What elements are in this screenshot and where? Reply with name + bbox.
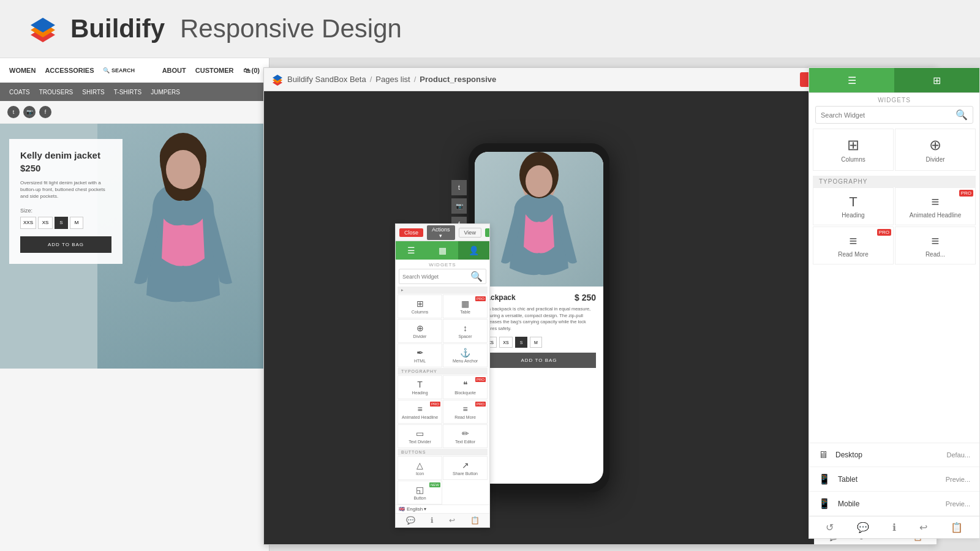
desktop-device-icon: 🖥 bbox=[818, 449, 828, 460]
right-divider-icon: ⊕ bbox=[929, 137, 941, 154]
wfp-menu-anchor-label: Menu Anchor bbox=[453, 359, 478, 363]
db-chat-icon[interactable]: 💬 bbox=[857, 522, 869, 533]
wfp-view-button[interactable]: View bbox=[459, 228, 481, 238]
bg-nav-search: 🔍 SEARCH bbox=[103, 67, 135, 73]
device-tablet[interactable]: 📱 Tablet Previe... bbox=[809, 467, 979, 492]
wfp-actions-button[interactable]: Actions ▾ bbox=[427, 225, 455, 240]
wfp-clipboard-icon[interactable]: 📋 bbox=[470, 516, 480, 525]
bg-subnav: COATS TROUSERS SHIRTS T-SHIRTS JUMPERS bbox=[0, 83, 269, 101]
wfp-spacer-icon: ↕ bbox=[463, 323, 467, 333]
bg-nav-customer: CUSTOMER bbox=[195, 67, 234, 74]
device-tablet-value: Previe... bbox=[946, 476, 970, 483]
wfp-menu-anchor[interactable]: ⚓ Menu Anchor bbox=[443, 343, 488, 367]
wfp-tab-list[interactable]: ☰ bbox=[396, 241, 427, 260]
wfp-tab-user[interactable]: 👤 bbox=[458, 241, 489, 260]
wfp-heading-icon: T bbox=[417, 380, 423, 389]
right-animated-headline[interactable]: PRO ≡ Animated Headline bbox=[895, 187, 976, 225]
wfp-read-icon: ≡ bbox=[462, 404, 467, 414]
phone-add-to-bag[interactable]: ADD TO BAG bbox=[482, 353, 596, 368]
right-tab-list[interactable]: ☰ bbox=[809, 68, 894, 92]
wfp-html-icon: ✒ bbox=[417, 348, 424, 358]
wfp-info-icon[interactable]: ℹ bbox=[431, 516, 434, 525]
db-undo-icon[interactable]: ↺ bbox=[826, 522, 834, 533]
breadcrumb-sep2: / bbox=[414, 75, 417, 84]
wfp-table-badge: PRO bbox=[475, 296, 486, 301]
wfp-tab-grid[interactable]: ▦ bbox=[427, 241, 458, 260]
wfp-search[interactable]: 🔍 bbox=[399, 269, 486, 284]
bg-nav: WOMEN ACCESSORIES 🔍 SEARCH ABOUT CUSTOME… bbox=[0, 58, 269, 83]
bg-twitter-icon: t bbox=[7, 106, 20, 118]
wfp-heading-label: Heading bbox=[412, 391, 428, 395]
wfp-icon-widget[interactable]: △ Icon bbox=[398, 456, 442, 480]
wfp-spacer[interactable]: ↕ Spacer bbox=[443, 319, 488, 343]
right-tab-grid[interactable]: ⊞ bbox=[894, 68, 979, 92]
wfp-read-badge: PRO bbox=[475, 402, 486, 407]
add-to-bag-bg[interactable]: ADD TO BAG bbox=[20, 236, 111, 253]
right-heading[interactable]: T Heading bbox=[813, 187, 894, 225]
phone-size-xs[interactable]: XS bbox=[499, 337, 513, 348]
logo-area: Buildify Responsive Design bbox=[24, 10, 402, 47]
widget-float-panel: Close Actions ▾ View Save ☰ ▦ 👤 WIDGETS … bbox=[395, 223, 490, 528]
right-search[interactable]: 🔍 bbox=[815, 106, 973, 124]
wfp-tabs: ☰ ▦ 👤 bbox=[396, 241, 489, 260]
wfp-table-label: Table bbox=[460, 310, 470, 314]
wfp-share-btn[interactable]: ↗ Share Button bbox=[443, 456, 488, 480]
wfp-columns[interactable]: ⊞ Columns bbox=[398, 294, 442, 318]
wfp-read-more[interactable]: PRO ≡ Read More bbox=[443, 400, 488, 424]
wfp-columns-icon: ⊞ bbox=[417, 299, 424, 309]
size-xs-bg[interactable]: XS bbox=[38, 217, 53, 229]
bg-subnav-tshirts: T-SHIRTS bbox=[114, 89, 141, 96]
phone-size-m[interactable]: M bbox=[530, 337, 542, 348]
svg-point-11 bbox=[526, 165, 552, 197]
wfp-undo-icon[interactable]: ↩ bbox=[449, 516, 455, 525]
breadcrumb-pages: Pages list bbox=[375, 75, 410, 84]
right-search-input[interactable] bbox=[821, 111, 956, 119]
wfp-save-button[interactable]: Save bbox=[485, 228, 490, 237]
device-desktop[interactable]: 🖥 Desktop Defau... bbox=[809, 443, 979, 467]
wfp-text-divider[interactable]: ▭ Text Divider bbox=[398, 424, 442, 448]
db-back-icon[interactable]: ↩ bbox=[919, 522, 927, 533]
right-columns-label: Columns bbox=[841, 156, 865, 163]
db-info-icon[interactable]: ℹ bbox=[892, 522, 896, 533]
wfp-button-label: Button bbox=[413, 496, 426, 500]
wfp-animated-headline[interactable]: PRO ≡ Animated Headline bbox=[398, 400, 442, 424]
right-widget-columns[interactable]: ⊞ Columns bbox=[813, 129, 894, 171]
right-text-icon: ≡ bbox=[932, 233, 940, 249]
wfp-divider[interactable]: ⊕ Divider bbox=[398, 319, 442, 343]
wfp-blockquote[interactable]: PRO ❝ Blockquote bbox=[443, 375, 488, 399]
wfp-icon-w-icon: △ bbox=[417, 460, 423, 470]
typo-grid: T Heading PRO ≡ Animated Headline PRO ≡ … bbox=[813, 187, 976, 264]
right-widget-divider[interactable]: ⊕ Divider bbox=[895, 129, 976, 171]
brand-name: Buildify bbox=[70, 14, 165, 43]
size-label-bg: Size: bbox=[20, 208, 111, 214]
device-desktop-value: Defau... bbox=[946, 451, 970, 459]
size-m-bg[interactable]: M bbox=[70, 217, 83, 229]
bg-nav-accessories: ACCESSORIES bbox=[45, 67, 94, 74]
wfp-heading[interactable]: T Heading bbox=[398, 375, 442, 399]
size-s-bg[interactable]: S bbox=[55, 217, 68, 229]
wfp-chat-icon[interactable]: 💬 bbox=[406, 516, 415, 525]
device-switcher: 🖥 Desktop Defau... 📱 Tablet Previe... 📱 … bbox=[809, 443, 979, 516]
phone-size-s[interactable]: S bbox=[515, 337, 527, 348]
tablet-device-icon: 📱 bbox=[818, 473, 831, 485]
wfp-html[interactable]: ✒ HTML bbox=[398, 343, 442, 367]
breadcrumb-current: Product_responsive bbox=[420, 75, 496, 84]
wfp-search-icon: 🔍 bbox=[470, 271, 483, 282]
size-xxs-bg[interactable]: XXS bbox=[20, 217, 36, 229]
wfp-anim-label: Animated Headline bbox=[402, 415, 438, 419]
device-mobile[interactable]: 📱 Mobile Previe... bbox=[809, 492, 979, 516]
right-read-more[interactable]: PRO ≡ Read More bbox=[813, 227, 894, 264]
wfp-close-button[interactable]: Close bbox=[399, 228, 423, 237]
wfp-search-input[interactable] bbox=[402, 274, 470, 280]
main-area: WOMEN ACCESSORIES 🔍 SEARCH ABOUT CUSTOME… bbox=[0, 58, 980, 551]
wfp-table[interactable]: PRO ▦ Table bbox=[443, 294, 488, 318]
wfp-language[interactable]: 🇬🇧 English ▾ bbox=[396, 504, 489, 513]
wfp-button-w[interactable]: NEW ◱ Button bbox=[398, 481, 442, 504]
wfp-text-editor[interactable]: ✏ Text Editor bbox=[443, 424, 488, 448]
wfp-flag-icon: 🇬🇧 bbox=[399, 506, 405, 512]
right-text-placeholder[interactable]: ≡ Read... bbox=[895, 227, 976, 264]
bg-nav-bag: 🛍 (0) bbox=[243, 67, 260, 74]
phone-product-desc: This backpack is chic and practical in e… bbox=[482, 306, 596, 332]
breadcrumb-sep1: / bbox=[370, 75, 372, 84]
db-clip-icon[interactable]: 📋 bbox=[951, 522, 963, 533]
